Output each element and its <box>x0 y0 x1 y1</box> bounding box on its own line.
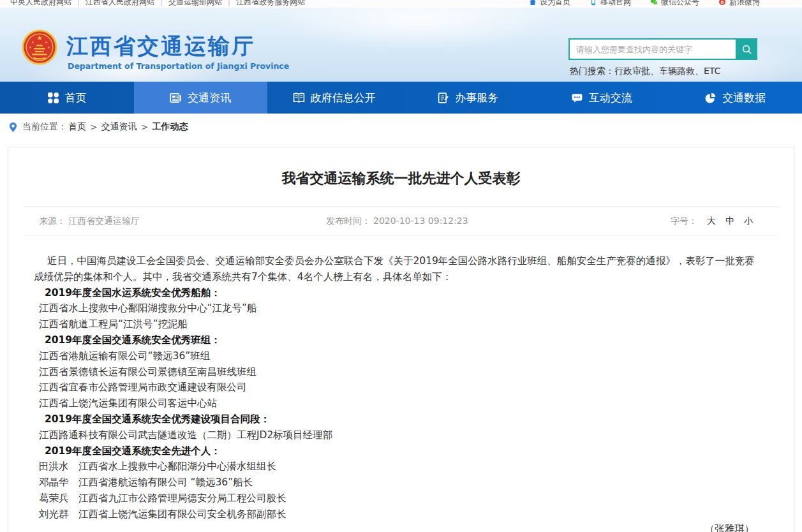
font-size-label: 字号： <box>671 216 697 226</box>
svg-text:★: ★ <box>47 46 50 49</box>
breadcrumb-label: 当前位置： <box>22 121 67 133</box>
top-utility-bar: 中央人民政府网站|江西省人民政府网站|交通运输部网站|江西省政务服务网站 设为首… <box>0 0 802 8</box>
grid-icon <box>47 92 59 104</box>
article-title: 我省交通运输系统一批先进个人受表彰 <box>34 169 768 188</box>
pie-chart-icon <box>704 92 717 104</box>
article-line: 江西省水上搜救中心鄱阳湖搜救分中心“江龙号”船 <box>34 300 757 316</box>
font-size-small-button[interactable]: 小 <box>744 216 753 226</box>
breadcrumb-separator: > <box>90 122 98 132</box>
article-line: 江西省上饶汽运集团有限公司客运中心站 <box>34 395 757 411</box>
font-size-large-button[interactable]: 大 <box>707 216 716 226</box>
article-signature: （张雅琪） <box>8 522 754 532</box>
article-source: 来源：江西省交通运输厅 <box>39 216 140 227</box>
breadcrumb-home[interactable]: 首页 <box>68 121 86 133</box>
svg-text:★: ★ <box>36 34 43 42</box>
topbar-link-jiangxi-gov[interactable]: 江西省人民政府网站 <box>85 0 154 6</box>
wechat-icon <box>650 0 658 6</box>
topbar-link-central-gov[interactable]: 中央人民政府网站 <box>10 0 71 6</box>
mobile-site-link[interactable]: 移动官网 <box>590 0 631 7</box>
nav-item-traffic-news[interactable]: 交通资讯 <box>134 82 268 114</box>
hot-search: 热门搜索：行政审批、车辆路救、ETC <box>570 66 720 77</box>
article-line: 江西省港航运输有限公司“赣远36”班组 <box>34 348 757 364</box>
site-header: ★ ★ ★ ★ ★ 江西省交通运输厅 Department of Transpo… <box>0 8 802 82</box>
article-line: 2019年度全国水运系统安全优秀船舶： <box>34 285 757 301</box>
nav-item-services[interactable]: 办事服务 <box>401 82 535 114</box>
svg-text:★: ★ <box>29 46 32 49</box>
hot-search-label: 热门搜索： <box>570 66 614 76</box>
topbar-links: 中央人民政府网站|江西省人民政府网站|交通运输部网站|江西省政务服务网站 <box>10 0 305 7</box>
site-subtitle: Department of Transportation of Jiangxi … <box>68 61 289 71</box>
home-icon <box>529 0 537 6</box>
search-icon <box>741 43 753 55</box>
hot-search-terms[interactable]: 行政审批、车辆路救、ETC <box>614 66 720 76</box>
topbar-separator: | <box>228 0 230 6</box>
article-line: 邓晶华 江西省港航运输有限公司 “赣远36”船长 <box>34 475 757 491</box>
article-line: 近日，中国海员建设工会全国委员会、交通运输部安全委员会办公室联合下发《关于201… <box>34 253 757 285</box>
chat-icon <box>571 92 583 104</box>
article-meta: 来源：江西省交通运输厅 发布时间：2020-10-13 09:12:23 字号：… <box>24 206 778 235</box>
site-title: 江西省交通运输厅 <box>66 32 255 61</box>
article-container: 我省交通运输系统一批先进个人受表彰 来源：江西省交通运输厅 发布时间：2020-… <box>8 147 794 532</box>
article-line: 江西路通科技有限公司武吉隧道改造（二期）工程JD2标项目经理部 <box>34 427 757 443</box>
topbar-link-ministry[interactable]: 交通运输部网站 <box>168 0 222 6</box>
article-line: 江西省景德镇长运有限公司景德镇至南昌班线班组 <box>34 364 757 380</box>
article-line: 葛荣兵 江西省九江市公路管理局德安分局工程公司股长 <box>34 491 757 506</box>
svg-text:★: ★ <box>45 41 48 44</box>
article-line: 2019年度全国交通系统安全优秀班组： <box>34 332 757 348</box>
book-icon <box>293 92 305 104</box>
breadcrumb: 当前位置： 首页 > 交通资讯 > 工作动态 <box>0 114 802 140</box>
news-icon <box>170 92 182 104</box>
mobile-icon <box>590 0 597 6</box>
font-size-control: 字号：大中小 <box>671 216 753 227</box>
search-bar <box>568 38 757 60</box>
weibo-link[interactable]: 新浪微博 <box>718 0 760 7</box>
clipboard-icon <box>437 92 449 104</box>
article-line: 2019年度全国交通系统安全优秀建设项目合同段： <box>34 411 757 427</box>
article-line: 2019年度全国交通系统安全先进个人： <box>34 443 757 459</box>
nav-item-home[interactable]: 首页 <box>0 82 134 114</box>
article-line: 江西省宜春市公路管理局市政交通建设有限公司 <box>34 380 757 395</box>
breadcrumb-section[interactable]: 交通资讯 <box>101 121 137 133</box>
search-button[interactable] <box>736 38 757 60</box>
weibo-icon <box>718 0 726 6</box>
svg-text:★: ★ <box>31 41 34 44</box>
topbar-tools: 设为首页 移动官网 微信公众号 新浪微博 <box>529 0 760 7</box>
set-homepage-link[interactable]: 设为首页 <box>529 0 570 7</box>
topbar-link-service[interactable]: 江西省政务服务网站 <box>236 0 305 6</box>
breadcrumb-current: 工作动态 <box>152 121 188 133</box>
article-line: 江西省航道工程局“江洪号”挖泥船 <box>34 316 757 332</box>
breadcrumb-separator: > <box>141 122 149 132</box>
main-nav: 首页 交通资讯 政府信息公开 办事服务 互动交流 交通数据 <box>0 82 802 114</box>
search-input[interactable] <box>568 38 736 60</box>
topbar-separator: | <box>77 0 80 6</box>
topbar-separator: | <box>160 0 163 6</box>
nav-item-gov-info[interactable]: 政府信息公开 <box>267 82 401 114</box>
nav-item-interaction[interactable]: 互动交流 <box>535 82 669 114</box>
font-size-medium-button[interactable]: 中 <box>725 216 734 226</box>
article-publish-time: 发布时间：2020-10-13 09:12:23 <box>326 216 468 227</box>
national-emblem: ★ ★ ★ ★ ★ <box>21 29 58 66</box>
article-line: 田洪水 江西省水上搜救中心鄱阳湖分中心潜水组组长 <box>34 459 757 475</box>
article-body: 近日，中国海员建设工会全国委员会、交通运输部安全委员会办公室联合下发《关于201… <box>34 253 757 522</box>
wechat-account-link[interactable]: 微信公众号 <box>650 0 699 7</box>
location-pin-icon <box>9 122 17 133</box>
article-line: 刘光群 江西省上饶汽运集团有限公司安全机务部副部长 <box>34 506 757 522</box>
nav-item-traffic-data[interactable]: 交通数据 <box>669 82 802 114</box>
